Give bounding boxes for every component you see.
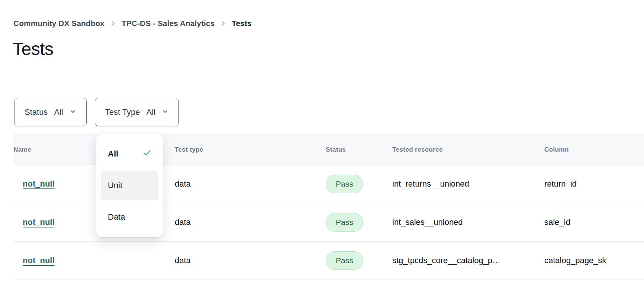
- test-type-cell: data: [175, 165, 326, 203]
- test-type-filter-value: All: [146, 107, 155, 117]
- test-name-link[interactable]: not_null: [23, 179, 55, 188]
- column-cell: return_id: [544, 165, 644, 203]
- status-filter-value: All: [54, 107, 63, 117]
- chevron-down-icon: [69, 107, 76, 117]
- table-column-header: Column: [544, 135, 644, 165]
- page-title: Tests: [13, 39, 54, 59]
- dropdown-option[interactable]: Unit: [101, 171, 158, 200]
- chevron-right-icon: [220, 20, 226, 26]
- status-badge: Pass: [326, 175, 363, 193]
- test-type-cell: data: [175, 242, 326, 280]
- dropdown-option-label: Data: [108, 212, 125, 222]
- table-column-header: Tested resource: [392, 135, 544, 165]
- test-type-filter-label: Test Type: [105, 107, 140, 117]
- dropdown-option-label: All: [108, 149, 118, 159]
- test-type-dropdown-menu: All Unit Data: [96, 134, 163, 237]
- dropdown-option[interactable]: All: [101, 139, 158, 169]
- chevron-right-icon: [110, 20, 116, 26]
- table-row: not_null data Pass stg_tpcds_core__catal…: [13, 242, 644, 280]
- status-filter-button[interactable]: Status All: [14, 98, 87, 126]
- status-badge: Pass: [326, 213, 363, 232]
- column-cell: sale_id: [544, 203, 644, 242]
- table-column-header: Status: [326, 135, 392, 165]
- dropdown-option-label: Unit: [108, 181, 122, 190]
- test-name-link[interactable]: not_null: [23, 217, 55, 227]
- table-column-header: Test type: [175, 135, 326, 165]
- test-type-filter-button[interactable]: Test Type All: [95, 98, 179, 126]
- status-filter-label: Status: [25, 107, 48, 117]
- tested-resource-cell: int_sales__unioned: [392, 203, 544, 242]
- test-name-link[interactable]: not_null: [23, 256, 55, 265]
- breadcrumb-item-current: Tests: [232, 19, 251, 28]
- column-cell: catalog_page_sk: [544, 242, 644, 280]
- filter-bar: Status All Test Type All: [14, 98, 179, 126]
- breadcrumb: Community DX Sandbox TPC-DS - Sales Anal…: [13, 19, 251, 28]
- check-icon: [142, 148, 151, 159]
- status-badge: Pass: [326, 251, 363, 270]
- breadcrumb-item-environment[interactable]: TPC-DS - Sales Analytics: [122, 19, 215, 28]
- tested-resource-cell: stg_tpcds_core__catalog_p…: [392, 242, 544, 280]
- dropdown-option[interactable]: Data: [101, 202, 158, 232]
- test-type-cell: data: [175, 203, 326, 242]
- breadcrumb-item-project[interactable]: Community DX Sandbox: [13, 19, 104, 28]
- chevron-down-icon: [161, 107, 168, 117]
- tested-resource-cell: int_returns__unioned: [392, 165, 544, 203]
